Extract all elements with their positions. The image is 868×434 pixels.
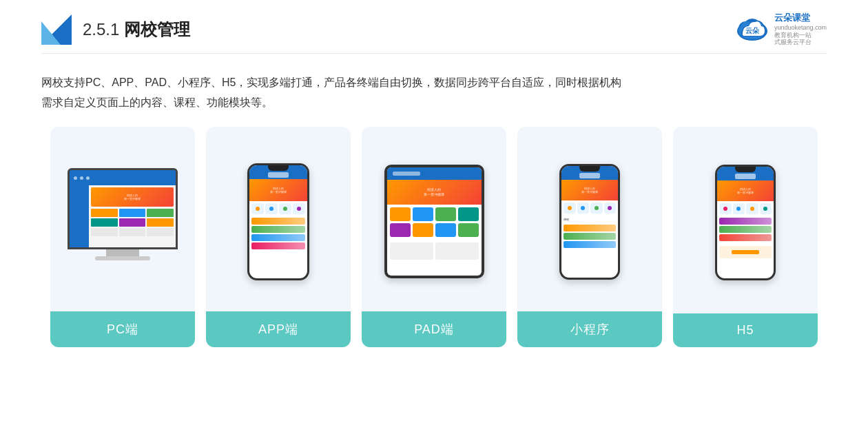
svg-text:云朵: 云朵 bbox=[745, 27, 760, 34]
h5-phone-mockup: 招进人的第一堂冲腿课 bbox=[715, 165, 776, 280]
header: 2.5.1 网校管理 云朵 云朵课堂 yunduoketang.c bbox=[41, 0, 827, 54]
pad-mockup: 招进人的第一堂冲腿课 bbox=[384, 165, 484, 278]
pc-screen: 招进人的第一堂冲腿课 bbox=[68, 168, 178, 249]
card-app: 招进人的第一堂冲腿课 bbox=[206, 127, 351, 347]
card-label-h5: H5 bbox=[673, 313, 818, 347]
brand-logo: 云朵 云朵课堂 yunduoketang.com 教育机构一站 式服务云平台 bbox=[734, 12, 827, 46]
pc-image-area: 招进人的第一堂冲腿课 bbox=[50, 127, 195, 311]
card-pc: 招进人的第一堂冲腿课 bbox=[50, 127, 195, 347]
card-label-pad: PAD端 bbox=[362, 311, 506, 347]
card-label-miniapp: 小程序 bbox=[517, 311, 662, 347]
card-label-pc: PC端 bbox=[50, 311, 195, 347]
miniapp-phone-mockup: 招进人的第一堂冲腿课 课程 bbox=[559, 164, 620, 280]
header-left: 2.5.1 网校管理 bbox=[41, 14, 190, 45]
brand-tagline: 教育机构一站 式服务云平台 bbox=[774, 32, 812, 47]
brand-name: 云朵课堂 bbox=[774, 12, 810, 24]
card-miniapp: 招进人的第一堂冲腿课 课程 bbox=[517, 127, 662, 347]
app-image-area: 招进人的第一堂冲腿课 bbox=[206, 127, 351, 311]
logo-icon bbox=[41, 14, 72, 45]
brand-cloud-icon: 云朵 bbox=[734, 16, 770, 43]
app-phone-mockup: 招进人的第一堂冲腿课 bbox=[247, 163, 309, 280]
card-pad: 招进人的第一堂冲腿课 bbox=[362, 127, 506, 347]
description-line2: 需求自定义页面上的内容、课程、功能模块等。 bbox=[41, 93, 827, 113]
device-cards-section: 招进人的第一堂冲腿课 bbox=[41, 127, 827, 347]
card-h5: 招进人的第一堂冲腿课 bbox=[673, 127, 818, 347]
pc-mockup: 招进人的第一堂冲腿课 bbox=[68, 168, 178, 275]
page-title: 2.5.1 网校管理 bbox=[83, 19, 190, 41]
brand-domain: yunduoketang.com bbox=[774, 24, 827, 32]
pad-image-area: 招进人的第一堂冲腿课 bbox=[362, 127, 506, 311]
description-line1: 网校支持PC、APP、PAD、小程序、H5，实现多端打通，产品各终端自由切换，数… bbox=[41, 73, 827, 93]
card-label-app: APP端 bbox=[206, 311, 351, 347]
h5-image-area: 招进人的第一堂冲腿课 bbox=[673, 127, 818, 313]
miniapp-image-area: 招进人的第一堂冲腿课 课程 bbox=[517, 127, 662, 311]
brand-text: 云朵课堂 yunduoketang.com 教育机构一站 式服务云平台 bbox=[774, 12, 827, 46]
description-block: 网校支持PC、APP、PAD、小程序、H5，实现多端打通，产品各终端自由切换，数… bbox=[41, 73, 827, 113]
page: 2.5.1 网校管理 云朵 云朵课堂 yunduoketang.c bbox=[0, 0, 868, 434]
